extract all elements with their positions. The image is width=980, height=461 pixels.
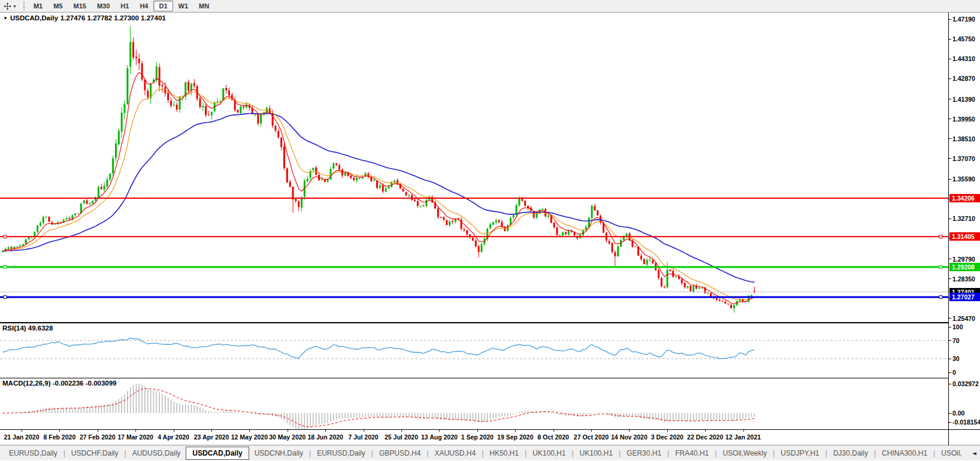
tab-china300-h1[interactable]: CHINA300,H1 <box>876 447 933 460</box>
axis-tick-label: 1.28350 <box>952 275 975 283</box>
time-tick <box>629 430 630 432</box>
time-tick <box>211 430 212 432</box>
chart-context-caret-icon[interactable]: ▼ <box>3 16 8 21</box>
axis-tick-label: 0.00 <box>952 410 964 417</box>
tab-audusd-daily[interactable]: AUDUSD,Daily <box>127 447 186 460</box>
tab-usoil-[interactable]: USOil, <box>936 447 967 460</box>
timeframe-button-d1[interactable]: D1 <box>153 1 173 11</box>
axis-tick <box>949 327 951 327</box>
axis-tick-label: 70 <box>952 337 960 344</box>
tab-usdjpy-h1[interactable]: USDJPY,H1 <box>775 447 824 460</box>
time-tick <box>553 430 554 432</box>
time-tick <box>174 430 174 432</box>
time-tick <box>743 430 744 432</box>
axis-tick-label: 1.35590 <box>952 175 975 183</box>
timeframe-button-m30[interactable]: M30 <box>92 1 115 11</box>
timeframe-button-h4[interactable]: H4 <box>134 1 153 11</box>
axis-tick <box>949 318 951 319</box>
timeframe-button-m5[interactable]: M5 <box>48 1 68 11</box>
tab-dj30-daily[interactable]: DJ30,Daily <box>828 447 873 460</box>
axis-tick <box>949 259 951 259</box>
crosshair-cursor-icon <box>4 2 11 10</box>
chart-title: ▼ USDCAD,Daily 1.27476 1.27782 1.27300 1… <box>2 14 166 22</box>
timeframe-button-m15[interactable]: M15 <box>68 1 92 11</box>
axis-tick-label: 1.37070 <box>952 155 975 162</box>
axis-tick-label: 1.44310 <box>952 55 975 62</box>
price-chart-canvas[interactable] <box>0 13 948 323</box>
time-tick <box>325 430 326 432</box>
time-tick <box>705 430 706 432</box>
time-tick <box>364 430 364 432</box>
axis-tick <box>949 413 951 414</box>
time-tick <box>59 430 60 432</box>
horizontal-level-lines[interactable] <box>0 198 948 299</box>
axis-tick <box>949 219 951 219</box>
price-level-badge: 1.31405 <box>949 232 980 241</box>
time-tick <box>439 430 440 432</box>
tab-uk100-h1[interactable]: UK100,H1 <box>527 447 571 460</box>
axis-tick <box>949 158 951 159</box>
time-tick <box>22 430 22 432</box>
axis-tick-label: 1.45750 <box>952 35 975 43</box>
tab-ger30-h1[interactable]: GER30,H1 <box>621 447 667 460</box>
axis-tick-label: -0.018154 <box>952 418 980 426</box>
axis-tick <box>949 138 951 139</box>
axis-tick-label: 1.41390 <box>952 96 975 103</box>
timeframe-toolbar: ▼ M1M5M15M30H1H4D1W1MN <box>0 0 980 13</box>
tab-gbpusd-h4[interactable]: GBPUSD,H4 <box>374 447 426 460</box>
time-tick <box>288 430 288 432</box>
time-tick <box>98 430 98 432</box>
tab-usdchf-daily[interactable]: USDCHF,Daily <box>66 447 124 460</box>
timeframe-button-m1[interactable]: M1 <box>28 1 48 11</box>
axis-tick <box>949 372 951 373</box>
axis-tick <box>949 422 951 423</box>
axis-tick-label: 1.29790 <box>952 256 975 263</box>
moving-average-lines <box>3 72 755 304</box>
axis-corner-divider <box>948 430 949 445</box>
axis-tick <box>949 119 951 119</box>
time-tick <box>515 430 516 432</box>
chart-window: ▼ USDCAD,Daily 1.27476 1.27782 1.27300 1… <box>0 13 980 429</box>
time-tick <box>135 430 136 432</box>
axis-tick <box>949 278 951 279</box>
axis-tick <box>949 19 951 20</box>
tab-xauusd-h4[interactable]: XAUUSD,H4 <box>429 447 481 460</box>
time-tick <box>667 430 668 432</box>
chart-ohlc-values: 1.27476 1.27782 1.27300 1.27401 <box>61 14 166 22</box>
axis-tick-label: 1.32710 <box>952 215 975 222</box>
axis-tick-label: 1.39950 <box>952 116 975 123</box>
tab-eurusd-daily[interactable]: EURUSD,Daily <box>4 447 63 460</box>
timeframe-button-w1[interactable]: W1 <box>173 1 194 11</box>
tab-fra40-h1[interactable]: FRA40,H1 <box>670 447 714 460</box>
chart-tab-bar: EURUSD,Daily|USDCHF,Daily|AUDUSD,DailyUS… <box>0 445 980 460</box>
tab-usoil-weekly[interactable]: USOil,Weekly <box>717 447 772 460</box>
time-tick <box>477 430 478 432</box>
price-level-badge: 1.29208 <box>949 263 980 271</box>
macd-indicator-canvas[interactable] <box>0 378 948 429</box>
candlestick-series <box>2 26 755 313</box>
timeframe-button-mn[interactable]: MN <box>193 1 214 11</box>
chart-symbol-label: USDCAD,Daily <box>10 14 58 22</box>
axis-tick-label: 0.032972 <box>952 380 979 387</box>
tab-hk50-h1[interactable]: HK50,H1 <box>484 447 524 460</box>
price-axis[interactable]: 1.471901.457501.443101.428701.413901.399… <box>948 13 980 429</box>
axis-tick <box>949 384 951 384</box>
tab-eurusd-daily[interactable]: EURUSD,Daily <box>311 447 371 460</box>
time-tick-label[interactable]: 12 Jan 2021 <box>716 433 770 441</box>
macd-histogram <box>3 384 755 429</box>
rsi-label: RSI(14) 49.6328 <box>2 324 53 332</box>
time-axis[interactable]: 21 Jan 20208 Feb 202027 Feb 202017 Mar 2… <box>0 429 980 445</box>
tab-uk100-h1[interactable]: UK100,H1 <box>574 447 618 460</box>
rsi-indicator-canvas[interactable] <box>0 323 948 378</box>
tab-scroll-left-icon[interactable]: ◄ <box>972 450 976 456</box>
tab-usdcad-daily[interactable]: USDCAD,Daily <box>186 447 249 460</box>
tab-usdcnh-daily[interactable]: USDCNH,Daily <box>249 447 308 460</box>
toolbar-grip[interactable] <box>21 2 25 10</box>
price-level-badge: 1.34206 <box>949 194 980 202</box>
cursor-tool-button[interactable]: ▼ <box>2 2 19 11</box>
price-level-badge: 1.27027 <box>949 293 980 301</box>
timeframe-button-h1[interactable]: H1 <box>115 1 134 11</box>
axis-tick-label: 1.38510 <box>952 135 975 142</box>
axis-tick <box>949 340 951 341</box>
time-tick <box>591 430 592 432</box>
